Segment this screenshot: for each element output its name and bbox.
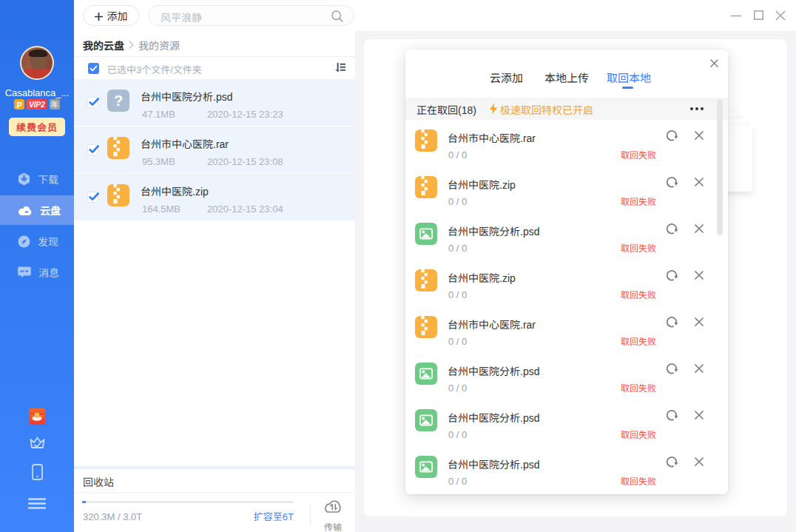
svg-text:?: ?	[114, 92, 123, 109]
